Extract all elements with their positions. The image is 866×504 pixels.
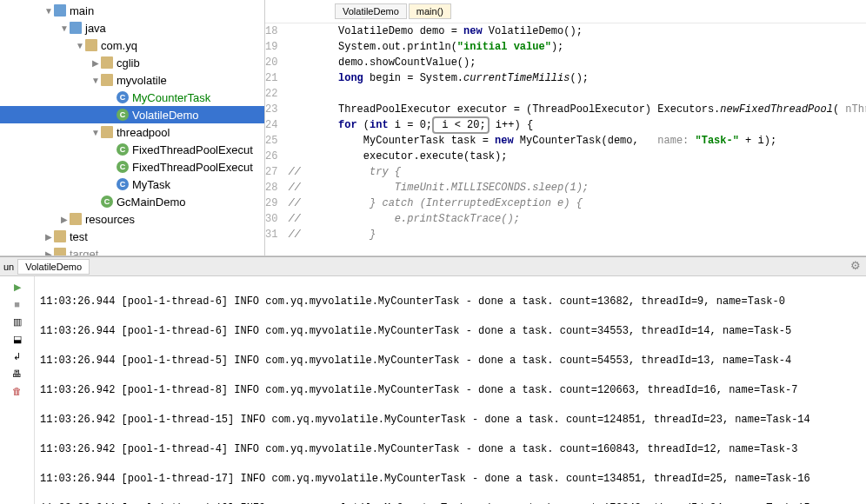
crumb-method[interactable]: main() (409, 3, 451, 19)
chevron-down-icon: ▼ (59, 23, 70, 33)
chevron-right-icon: ▶ (59, 215, 70, 224)
wrap-icon[interactable]: ↲ (10, 349, 24, 363)
tree-gcmaindemo[interactable]: CGcMainDemo (0, 193, 264, 210)
class-icon: C (117, 178, 129, 190)
trash-icon[interactable]: 🗑 (10, 384, 24, 398)
class-run-icon: C (117, 143, 129, 156)
chevron-right-icon: ▶ (90, 58, 101, 68)
tree-fixtp1[interactable]: CFixedThreadPoolExecut (0, 141, 264, 158)
log-line: 11:03:26.942 [pool-1-thread-8] INFO com.… (40, 383, 861, 398)
tree-main[interactable]: ▼main (0, 2, 264, 19)
class-run-icon: C (101, 196, 113, 208)
class-run-icon: C (117, 161, 129, 173)
tree-myvolatile[interactable]: ▼myvolatile (0, 71, 264, 89)
log-line: 11:03:26.944 [pool-1-thread-6] INFO com.… (40, 324, 861, 339)
tree-threadpool[interactable]: ▼threadpool (0, 123, 264, 141)
breadcrumb: VolatileDemo main() (265, 0, 866, 23)
class-icon: C (117, 91, 129, 103)
log-line: 11:03:26.942 [pool-1-thread-15] INFO com… (40, 413, 861, 428)
tree-target[interactable]: ▶target (0, 245, 264, 255)
tree-mycountertask[interactable]: CMyCounterTask (0, 89, 264, 106)
gear-icon[interactable]: ⚙ (850, 259, 861, 272)
chevron-down-icon: ▼ (90, 76, 101, 85)
crumb-class[interactable]: VolatileDemo (335, 3, 407, 19)
run-tab[interactable]: VolatileDemo (17, 259, 90, 275)
rerun-icon[interactable]: ▶ (10, 280, 24, 294)
run-toolbar: ▶ ■ ▥ ⬓ ↲ 🖶 🗑 (0, 276, 35, 504)
code-body[interactable]: VolatileDemo demo = new VolatileDemo(); … (284, 23, 866, 242)
stop-icon[interactable]: ■ (10, 297, 24, 311)
tree-test[interactable]: ▶test (0, 228, 264, 245)
chevron-down-icon: ▼ (43, 6, 54, 16)
tree-volatiledemo[interactable]: CVolatileDemo (0, 106, 264, 123)
class-run-icon: C (117, 109, 129, 121)
tree-fixtp2[interactable]: CFixedThreadPoolExecut (0, 158, 264, 176)
tree-mytask[interactable]: CMyTask (0, 176, 264, 193)
project-tree[interactable]: ▼main ▼java ▼com.yq ▶cglib ▼myvolatile C… (0, 0, 265, 255)
chevron-down-icon: ▼ (75, 41, 85, 50)
highlighted-condition: i < 20; (432, 116, 490, 134)
chevron-right-icon: ▶ (43, 249, 54, 256)
line-gutter: 1819202122232425262728293031 (265, 23, 284, 242)
run-panel: un VolatileDemo ▶ ■ ▥ ⬓ ↲ 🖶 🗑 11:03:26.9… (0, 256, 866, 504)
run-label: un (3, 262, 14, 272)
chevron-right-icon: ▶ (43, 232, 54, 242)
log-line: 11:03:26.944 [pool-1-thread-17] INFO com… (40, 472, 861, 487)
chevron-down-icon: ▼ (90, 128, 101, 137)
log-line: 11:03:26.944 [pool-1-thread-6] INFO com.… (40, 295, 861, 309)
tree-comyq[interactable]: ▼com.yq (0, 36, 264, 54)
print-icon[interactable]: 🖶 (10, 367, 24, 381)
log-line: 11:03:26.944 [pool-1-thread-5] INFO com.… (40, 354, 861, 368)
layout-icon[interactable]: ▥ (10, 315, 24, 328)
console-output[interactable]: 11:03:26.944 [pool-1-thread-6] INFO com.… (35, 276, 866, 504)
log-line: 11:03:26.942 [pool-1-thread-4] INFO com.… (40, 442, 861, 457)
filter-icon[interactable]: ⬓ (10, 332, 24, 346)
tree-java[interactable]: ▼java (0, 19, 264, 36)
tree-cglib[interactable]: ▶cglib (0, 54, 264, 71)
editor[interactable]: VolatileDemo main() 18192021222324252627… (265, 0, 866, 255)
tree-resources[interactable]: ▶resources (0, 210, 264, 228)
